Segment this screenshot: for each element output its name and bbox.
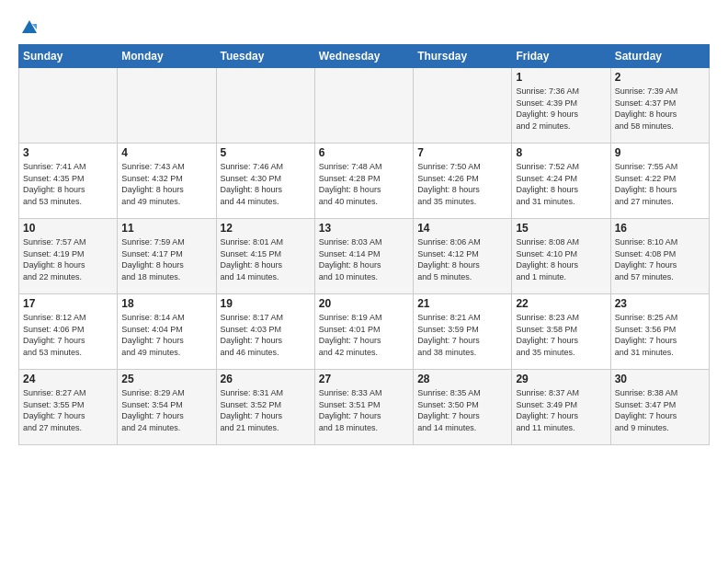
day-cell: 15Sunrise: 8:08 AM Sunset: 4:10 PM Dayli… — [512, 219, 610, 294]
week-row-5: 24Sunrise: 8:27 AM Sunset: 3:55 PM Dayli… — [19, 370, 710, 445]
day-cell: 14Sunrise: 8:06 AM Sunset: 4:12 PM Dayli… — [414, 219, 512, 294]
day-info: Sunrise: 8:17 AM Sunset: 4:03 PM Dayligh… — [221, 312, 311, 358]
day-cell — [118, 68, 216, 144]
day-number: 5 — [221, 146, 311, 159]
day-cell — [216, 68, 314, 144]
day-info: Sunrise: 8:27 AM Sunset: 3:55 PM Dayligh… — [23, 387, 113, 433]
day-number: 12 — [221, 222, 311, 235]
day-cell: 25Sunrise: 8:29 AM Sunset: 3:54 PM Dayli… — [118, 370, 216, 445]
day-cell: 6Sunrise: 7:48 AM Sunset: 4:28 PM Daylig… — [314, 144, 413, 219]
day-cell — [314, 68, 413, 144]
day-number: 21 — [417, 297, 507, 310]
day-info: Sunrise: 7:59 AM Sunset: 4:17 PM Dayligh… — [121, 236, 211, 282]
day-cell — [414, 68, 512, 144]
day-info: Sunrise: 7:36 AM Sunset: 4:39 PM Dayligh… — [516, 86, 606, 132]
day-info: Sunrise: 7:50 AM Sunset: 4:26 PM Dayligh… — [417, 161, 507, 207]
day-number: 26 — [221, 373, 311, 385]
day-cell: 18Sunrise: 8:14 AM Sunset: 4:04 PM Dayli… — [118, 294, 216, 370]
day-number: 10 — [23, 222, 113, 235]
weekday-wednesday: Wednesday — [314, 45, 413, 68]
day-number: 6 — [319, 146, 409, 159]
day-number: 1 — [516, 71, 606, 84]
day-cell: 20Sunrise: 8:19 AM Sunset: 4:01 PM Dayli… — [314, 294, 413, 370]
day-cell: 19Sunrise: 8:17 AM Sunset: 4:03 PM Dayli… — [216, 294, 314, 370]
day-number: 2 — [615, 71, 705, 84]
day-info: Sunrise: 7:41 AM Sunset: 4:35 PM Dayligh… — [23, 161, 113, 207]
logo — [18, 18, 39, 37]
day-cell: 11Sunrise: 7:59 AM Sunset: 4:17 PM Dayli… — [118, 219, 216, 294]
day-number: 11 — [121, 222, 211, 235]
day-cell: 23Sunrise: 8:25 AM Sunset: 3:56 PM Dayli… — [610, 294, 709, 370]
day-cell: 26Sunrise: 8:31 AM Sunset: 3:52 PM Dayli… — [216, 370, 314, 445]
weekday-thursday: Thursday — [414, 45, 512, 68]
day-info: Sunrise: 8:38 AM Sunset: 3:47 PM Dayligh… — [615, 387, 705, 433]
week-row-1: 1Sunrise: 7:36 AM Sunset: 4:39 PM Daylig… — [19, 68, 710, 144]
day-cell: 13Sunrise: 8:03 AM Sunset: 4:14 PM Dayli… — [314, 219, 413, 294]
day-number: 16 — [615, 222, 705, 235]
day-info: Sunrise: 8:14 AM Sunset: 4:04 PM Dayligh… — [121, 312, 211, 358]
week-row-2: 3Sunrise: 7:41 AM Sunset: 4:35 PM Daylig… — [19, 144, 710, 219]
day-number: 13 — [319, 222, 409, 235]
day-cell: 24Sunrise: 8:27 AM Sunset: 3:55 PM Dayli… — [19, 370, 118, 445]
day-info: Sunrise: 8:25 AM Sunset: 3:56 PM Dayligh… — [615, 312, 705, 358]
day-cell: 5Sunrise: 7:46 AM Sunset: 4:30 PM Daylig… — [216, 144, 314, 219]
day-cell: 17Sunrise: 8:12 AM Sunset: 4:06 PM Dayli… — [19, 294, 118, 370]
weekday-header-row: SundayMondayTuesdayWednesdayThursdayFrid… — [19, 45, 710, 68]
day-cell: 7Sunrise: 7:50 AM Sunset: 4:26 PM Daylig… — [414, 144, 512, 219]
day-number: 27 — [319, 373, 409, 385]
day-info: Sunrise: 8:08 AM Sunset: 4:10 PM Dayligh… — [516, 236, 606, 282]
week-row-4: 17Sunrise: 8:12 AM Sunset: 4:06 PM Dayli… — [19, 294, 710, 370]
day-info: Sunrise: 7:57 AM Sunset: 4:19 PM Dayligh… — [23, 236, 113, 282]
day-info: Sunrise: 8:33 AM Sunset: 3:51 PM Dayligh… — [319, 387, 409, 433]
day-info: Sunrise: 8:03 AM Sunset: 4:14 PM Dayligh… — [319, 236, 409, 282]
day-info: Sunrise: 7:55 AM Sunset: 4:22 PM Dayligh… — [615, 161, 705, 207]
day-number: 14 — [417, 222, 507, 235]
day-number: 24 — [23, 373, 113, 385]
day-cell: 8Sunrise: 7:52 AM Sunset: 4:24 PM Daylig… — [512, 144, 610, 219]
day-number: 25 — [121, 373, 211, 385]
day-cell: 3Sunrise: 7:41 AM Sunset: 4:35 PM Daylig… — [19, 144, 118, 219]
day-number: 4 — [121, 146, 211, 159]
weekday-monday: Monday — [118, 45, 216, 68]
calendar-table: SundayMondayTuesdayWednesdayThursdayFrid… — [18, 44, 710, 445]
day-number: 28 — [417, 373, 507, 385]
day-info: Sunrise: 7:43 AM Sunset: 4:32 PM Dayligh… — [121, 161, 211, 207]
day-number: 9 — [615, 146, 705, 159]
day-cell: 28Sunrise: 8:35 AM Sunset: 3:50 PM Dayli… — [414, 370, 512, 445]
weekday-tuesday: Tuesday — [216, 45, 314, 68]
day-info: Sunrise: 8:35 AM Sunset: 3:50 PM Dayligh… — [417, 387, 507, 433]
day-info: Sunrise: 8:12 AM Sunset: 4:06 PM Dayligh… — [23, 312, 113, 358]
day-number: 17 — [23, 297, 113, 310]
week-row-3: 10Sunrise: 7:57 AM Sunset: 4:19 PM Dayli… — [19, 219, 710, 294]
weekday-saturday: Saturday — [610, 45, 709, 68]
day-info: Sunrise: 7:39 AM Sunset: 4:37 PM Dayligh… — [615, 86, 705, 132]
day-cell: 4Sunrise: 7:43 AM Sunset: 4:32 PM Daylig… — [118, 144, 216, 219]
day-info: Sunrise: 7:46 AM Sunset: 4:30 PM Dayligh… — [221, 161, 311, 207]
day-number: 3 — [23, 146, 113, 159]
day-number: 22 — [516, 297, 606, 310]
day-number: 15 — [516, 222, 606, 235]
logo-icon — [20, 18, 39, 37]
day-cell: 10Sunrise: 7:57 AM Sunset: 4:19 PM Dayli… — [19, 219, 118, 294]
day-cell: 9Sunrise: 7:55 AM Sunset: 4:22 PM Daylig… — [610, 144, 709, 219]
day-info: Sunrise: 8:21 AM Sunset: 3:59 PM Dayligh… — [417, 312, 507, 358]
day-cell: 12Sunrise: 8:01 AM Sunset: 4:15 PM Dayli… — [216, 219, 314, 294]
day-cell: 29Sunrise: 8:37 AM Sunset: 3:49 PM Dayli… — [512, 370, 610, 445]
day-info: Sunrise: 8:31 AM Sunset: 3:52 PM Dayligh… — [221, 387, 311, 433]
day-number: 20 — [319, 297, 409, 310]
day-info: Sunrise: 8:23 AM Sunset: 3:58 PM Dayligh… — [516, 312, 606, 358]
day-info: Sunrise: 7:52 AM Sunset: 4:24 PM Dayligh… — [516, 161, 606, 207]
day-info: Sunrise: 8:29 AM Sunset: 3:54 PM Dayligh… — [121, 387, 211, 433]
day-cell — [19, 68, 118, 144]
weekday-sunday: Sunday — [19, 45, 118, 68]
day-cell: 27Sunrise: 8:33 AM Sunset: 3:51 PM Dayli… — [314, 370, 413, 445]
day-cell: 16Sunrise: 8:10 AM Sunset: 4:08 PM Dayli… — [610, 219, 709, 294]
day-info: Sunrise: 8:19 AM Sunset: 4:01 PM Dayligh… — [319, 312, 409, 358]
day-number: 30 — [615, 373, 705, 385]
day-number: 18 — [121, 297, 211, 310]
day-number: 8 — [516, 146, 606, 159]
day-info: Sunrise: 8:06 AM Sunset: 4:12 PM Dayligh… — [417, 236, 507, 282]
day-cell: 22Sunrise: 8:23 AM Sunset: 3:58 PM Dayli… — [512, 294, 610, 370]
day-info: Sunrise: 7:48 AM Sunset: 4:28 PM Dayligh… — [319, 161, 409, 207]
day-number: 23 — [615, 297, 705, 310]
